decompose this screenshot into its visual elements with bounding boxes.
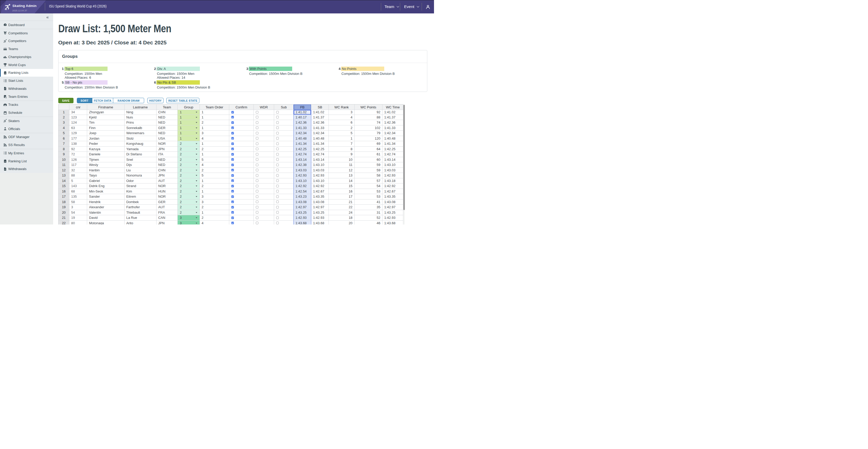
svg-text:1: 1 bbox=[5, 57, 6, 58]
svg-text:3: 3 bbox=[3, 81, 4, 82]
svg-text:2: 2 bbox=[4, 57, 4, 58]
svg-text:3: 3 bbox=[6, 57, 6, 58]
svg-text:3: 3 bbox=[3, 153, 4, 155]
